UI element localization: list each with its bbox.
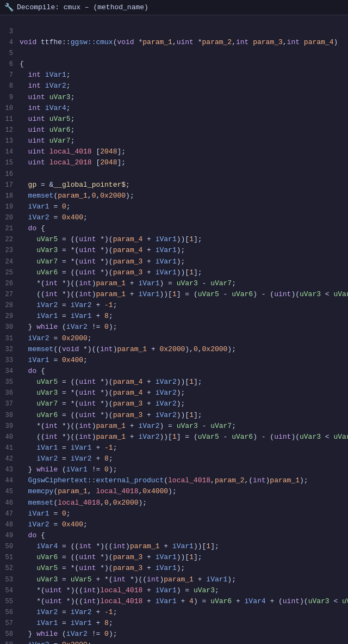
line-number: 20 — [0, 212, 17, 223]
line-content: iVar1 = iVar1 + 8; — [17, 618, 348, 629]
code-line: 19 iVar1 = 0; — [0, 201, 348, 212]
code-line: 25 uVar6 = ((uint *)(param_3 + iVar1))[1… — [0, 267, 348, 278]
line-content: } while (iVar2 != 0); — [17, 629, 348, 640]
line-number: 47 — [0, 508, 17, 519]
line-content: *(int *)((int)param_1 + iVar2) = uVar3 -… — [17, 421, 348, 432]
line-content: ((int *)((int)param_1 + iVar2))[1] = (uV… — [17, 432, 348, 443]
code-line: 50 iVar4 = ((int *)((int)param_1 + iVar1… — [0, 541, 348, 552]
line-number: 35 — [0, 377, 17, 388]
code-line: 5 — [0, 48, 348, 59]
line-content: do { — [17, 223, 348, 234]
line-content: memset(param_1,0,0x2000); — [17, 191, 348, 201]
code-line: 52 uVar5 = *(uint *)(param_3 + iVar1); — [0, 563, 348, 574]
line-number: 49 — [0, 530, 17, 541]
line-number: 59 — [0, 640, 17, 644]
line-content: iVar2 = 0x2000; — [17, 333, 348, 344]
code-line: 8 int iVar2; — [0, 81, 348, 91]
line-number: 5 — [0, 48, 17, 59]
line-number: 43 — [0, 464, 17, 475]
code-line: 41 iVar1 = iVar1 + -1; — [0, 443, 348, 453]
code-line: 42 iVar2 = iVar2 + 8; — [0, 453, 348, 464]
line-number: 24 — [0, 256, 17, 267]
code-line: 16 — [0, 169, 348, 180]
line-content: uVar3 = *(uint *)(param_4 + iVar1); — [17, 245, 348, 256]
code-line: 23 uVar3 = *(uint *)(param_4 + iVar1); — [0, 245, 348, 256]
line-number: 23 — [0, 245, 17, 256]
line-content: iVar1 = 0; — [17, 201, 348, 212]
line-number: 25 — [0, 267, 17, 278]
line-number: 27 — [0, 289, 17, 300]
line-content: uint uVar5; — [17, 114, 348, 125]
code-line: 58 } while (iVar2 != 0); — [0, 629, 348, 640]
line-number: 26 — [0, 278, 17, 289]
line-content: uint uVar6; — [17, 125, 348, 136]
line-number: 54 — [0, 585, 17, 596]
line-content: iVar2 = iVar2 + 8; — [17, 453, 348, 464]
line-content: iVar1 = iVar1 + 8; — [17, 311, 348, 322]
line-content: memset((void *)((int)param_1 + 0x2000),0… — [17, 344, 348, 355]
line-content: iVar2 = iVar2 + -1; — [17, 607, 348, 618]
window-title: Decompile: cmux – (method_name) — [17, 3, 148, 11]
line-content: uint uVar3; — [17, 92, 348, 103]
line-number: 57 — [0, 618, 17, 629]
line-content — [17, 15, 348, 26]
code-line: 18 memset(param_1,0,0x2000); — [0, 191, 348, 201]
line-number: 46 — [0, 498, 17, 508]
line-content: iVar2 = 0x400; — [17, 519, 348, 530]
code-line: 45 memcpy(param_1, local_4018,0x4000); — [0, 486, 348, 497]
code-line: 24 uVar7 = *(uint *)(param_3 + iVar1); — [0, 256, 348, 267]
line-content: int iVar2; — [17, 81, 348, 91]
line-number: 14 — [0, 146, 17, 157]
code-line: 31 iVar2 = 0x2000; — [0, 333, 348, 344]
line-content — [17, 48, 348, 59]
code-line: 34 do { — [0, 366, 348, 377]
line-number: 30 — [0, 322, 17, 333]
line-number: 37 — [0, 398, 17, 409]
line-number: 39 — [0, 421, 17, 432]
line-content: memset(local_4018,0,0x2000); — [17, 498, 348, 508]
code-line: 37 uVar7 = *(uint *)(param_3 + iVar2); — [0, 398, 348, 409]
code-line: 55 *(uint *)((int)local_4018 + iVar1 + 4… — [0, 596, 348, 607]
line-number: 18 — [0, 191, 17, 201]
code-line: 14 uint local_4018 [2048]; — [0, 146, 348, 157]
line-number: 4 — [0, 37, 17, 48]
line-content: uVar7 = *(uint *)(param_3 + iVar1); — [17, 256, 348, 267]
code-line: 53 uVar3 = uVar5 + *(int *)((int)param_1… — [0, 574, 348, 585]
code-line: 47 iVar1 = 0; — [0, 508, 348, 519]
line-content: GgswCiphertext::external_product(local_4… — [17, 475, 348, 486]
line-number: 11 — [0, 114, 17, 125]
code-line: 29 iVar1 = iVar1 + 8; — [0, 311, 348, 322]
code-line: 22 uVar5 = ((uint *)(param_4 + iVar1))[1… — [0, 234, 348, 245]
code-line: 7 int iVar1; — [0, 70, 348, 81]
line-content: int iVar4; — [17, 103, 348, 114]
code-line: 36 uVar3 = *(uint *)(param_4 + iVar2); — [0, 388, 348, 398]
line-number — [0, 15, 17, 26]
line-number: 21 — [0, 223, 17, 234]
code-line — [0, 15, 348, 26]
decompile-icon: 🔧 — [4, 3, 14, 12]
line-content: void ttfhe::ggsw::cmux(void *param_1,uin… — [17, 37, 348, 48]
code-line: 9 uint uVar3; — [0, 92, 348, 103]
line-content: uVar5 = *(uint *)(param_3 + iVar1); — [17, 563, 348, 574]
line-number: 44 — [0, 475, 17, 486]
code-line: 3 — [0, 26, 348, 37]
line-content: iVar2 = 0x400; — [17, 212, 348, 223]
code-line: 39 *(int *)((int)param_1 + iVar2) = uVar… — [0, 421, 348, 432]
code-line: 54 *(uint *)((int)local_4018 + iVar1) = … — [0, 585, 348, 596]
line-number: 52 — [0, 563, 17, 574]
line-content — [17, 26, 348, 37]
code-line: 40 ((int *)((int)param_1 + iVar2))[1] = … — [0, 432, 348, 443]
line-content: { — [17, 59, 348, 70]
code-line: 13 uint uVar7; — [0, 136, 348, 146]
line-content: uVar6 = ((uint *)(param_3 + iVar1))[1]; — [17, 552, 348, 563]
code-line: 59 iVar2 = 0x2000; — [0, 640, 348, 644]
line-number: 7 — [0, 70, 17, 81]
code-line: 32 memset((void *)((int)param_1 + 0x2000… — [0, 344, 348, 355]
line-number: 56 — [0, 607, 17, 618]
line-number: 3 — [0, 26, 17, 37]
code-line: 6{ — [0, 59, 348, 70]
line-content: gp = &__global_pointer$; — [17, 180, 348, 191]
line-number: 22 — [0, 234, 17, 245]
code-line: 15 uint local_2018 [2048]; — [0, 157, 348, 168]
code-line: 49 do { — [0, 530, 348, 541]
